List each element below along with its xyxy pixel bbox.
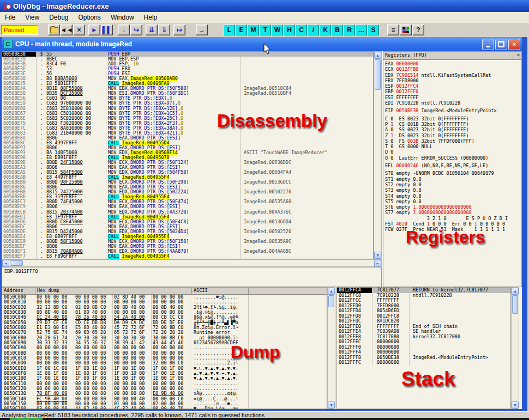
- disasm-row[interactable]: 0050BE8A.8B06MOV EAX,DWORD PTR DS:[ESI]: [2, 136, 373, 141]
- register-line[interactable]: T 0 GS 0000 NULL: [385, 144, 521, 149]
- menu-item-options[interactable]: Options: [74, 13, 106, 22]
- disasm-row[interactable]: 0050BEA3.8B06MOV EAX,DWORD PTR DS:[ESI]: [2, 165, 373, 170]
- disasm-row[interactable]: 0050BE8C.E8 4397F8FFCALL ImageRed.004955…: [2, 141, 373, 145]
- register-line[interactable]: ST4 empty 0.0: [385, 193, 521, 199]
- scroll-thumb[interactable]: [328, 295, 334, 307]
- register-line[interactable]: 3 2 1 0 E S P U O Z D I: [385, 216, 521, 221]
- disasm-row[interactable]: 0050BEDC.8B06MOV EAX,DWORD PTR DS:[ESI]: [2, 224, 373, 229]
- dump-row[interactable]: 0050C0D000 00 00 0000 00 00 0000 00 00 0…: [2, 361, 327, 366]
- stack-row[interactable]: 0012FFD48054B6ED: [337, 308, 510, 314]
- register-line[interactable]: O 0 LastErr ERROR_SUCCESS (00000000): [385, 155, 521, 161]
- view-button-c[interactable]: C: [296, 25, 307, 35]
- scroll-down-arrow-icon[interactable]: ▼: [328, 401, 335, 409]
- view-button-slash[interactable]: /: [308, 25, 319, 35]
- stack-row[interactable]: 0012FFF80050BE38ImageRed.<ModuleEntryPoi…: [337, 355, 510, 361]
- dump-row[interactable]: 0050C00000 00 00 0000 00 00 0002 8D 40 0…: [2, 295, 327, 300]
- go-to-address-button[interactable]: →: [196, 25, 208, 35]
- dump-row[interactable]: 0050C040CC 24 40 0078 26 40 0054 2A 40 0…: [2, 315, 327, 320]
- register-line[interactable]: FCW 027F Prec NEAR,53 Mask 1 1 1 1 1 1: [385, 227, 521, 232]
- dump-row[interactable]: 0050C0C000 00 00 0000 00 00 0000 00 00 0…: [2, 356, 327, 361]
- disasm-row[interactable]: 0050BE3E.53PUSH EBX: [2, 66, 373, 71]
- disasm-row[interactable]: 0050BE56.C603 00MOV BYTE PTR DS:[EBX],0: [2, 96, 373, 101]
- register-line[interactable]: ESI FFFFFFFF: [385, 95, 521, 100]
- view-button-w[interactable]: W: [272, 25, 283, 35]
- register-line[interactable]: FST 4020 Cond 1 0 0 0 Err 0 0 1 0 0 0 0 …: [385, 221, 521, 227]
- menu-item-help[interactable]: Help: [139, 13, 163, 22]
- windows-list-button[interactable]: ≡: [387, 25, 399, 35]
- run-button[interactable]: ►: [88, 25, 100, 35]
- register-line[interactable]: ST3 empty 0.0: [385, 187, 521, 193]
- register-line[interactable]: ST2 empty 0.0: [385, 182, 521, 187]
- dump-pane[interactable]: Address Hex dump ASCII 0050C00000 00 00 …: [2, 287, 327, 409]
- scroll-up-arrow-icon[interactable]: ▲: [512, 288, 519, 295]
- disasm-row[interactable]: 0050BEB0.8B0D 98F25000MOV ECX,DWORD PTR …: [2, 180, 373, 185]
- stack-row[interactable]: 0012FFEC00000000: [337, 339, 510, 345]
- disasm-row[interactable]: 0050BEBE.E8 3197F8FFCALL ImageRed.004955…: [2, 194, 373, 199]
- disasm-row[interactable]: 0050BE3F.56PUSH ESI: [2, 71, 373, 76]
- scroll-left-arrow-icon[interactable]: ◄: [2, 260, 9, 267]
- scroll-down-arrow-icon[interactable]: ▼: [512, 401, 519, 409]
- view-button-k[interactable]: K: [320, 25, 331, 35]
- disasm-row[interactable]: 0050BEE4.E8 0B97F8FFCALL ImageRed.004955…: [2, 234, 373, 239]
- dump-row[interactable]: 0050C11000 00 00 0000 00 00 0000 00 00 0…: [2, 381, 327, 386]
- view-button-r[interactable]: R: [344, 25, 355, 35]
- register-line[interactable]: Z 1 DS 0023 32bit 0(FFFFFFFF): [385, 133, 521, 138]
- disassembly-vertical-scrollbar[interactable]: ▲ ▼: [374, 51, 382, 259]
- dump-row[interactable]: 0050C03000 8D 40 0001 8D 40 0000 00 00 0…: [2, 310, 327, 315]
- view-button-h[interactable]: H: [284, 25, 295, 35]
- dump-row[interactable]: 0050C0A000 00 00 0000 00 00 0000 00 00 0…: [2, 345, 327, 350]
- disasm-row[interactable]: 0050BECB.8B15 20374A00MOV EDX,DWORD PTR …: [2, 210, 373, 215]
- stack-row[interactable]: 0012FFCCFFFFFFFF: [337, 298, 510, 303]
- dump-row[interactable]: 0050C0E01F 00 1C 001F 00 1E 001F 00 1E 0…: [2, 366, 327, 371]
- scroll-thumb[interactable]: [375, 59, 381, 90]
- register-line[interactable]: S 0 FS 003B 32bit 7FFDF000(FFF): [385, 138, 521, 144]
- disasm-row[interactable]: 0050BE50.8B35 DCF35000MOV ESI,DWORD PTR …: [2, 91, 373, 96]
- scroll-thumb[interactable]: [512, 295, 518, 314]
- stack-row[interactable]: 0012FFD80012FFC8: [337, 314, 510, 319]
- register-line[interactable]: EBP 0012FFF0: [385, 89, 521, 94]
- open-file-button[interactable]: [48, 25, 60, 35]
- dump-row[interactable]: 0050C050C9 D7 CF C8CD CE DB D8DA D9 CA D…: [2, 320, 327, 325]
- dump-row[interactable]: 0050C01000 00 00 0000 00 00 0000 00 00 0…: [2, 300, 327, 305]
- execute-till-return-button[interactable]: ↦: [173, 25, 185, 35]
- cpu-restore-button[interactable]: [495, 39, 507, 50]
- stack-row[interactable]: 0012FFE0FFFFFFFFEnd of SEH chain: [337, 324, 510, 330]
- stack-row[interactable]: 0012FFE47C839AD8SE handler: [337, 329, 510, 334]
- register-line[interactable]: EDX 7C90E514 ntdll.KiFastSystemCallRet: [385, 72, 521, 78]
- animate-over-button[interactable]: ⇓: [158, 25, 170, 35]
- scroll-thumb[interactable]: [10, 260, 23, 266]
- disasm-row[interactable]: 0050BE59.C683 97000000 00MOV BYTE PTR DS…: [2, 101, 373, 106]
- disasm-row[interactable]: 0050BE3B.83C4 F0ADD ESP,-10: [2, 62, 373, 66]
- menu-item-debug[interactable]: Debug: [44, 13, 73, 22]
- disasm-row[interactable]: 0050BEA5.8B15 584F5000MOV EDX,DWORD PTR …: [2, 170, 373, 175]
- register-line[interactable]: ECX 0012FFB0: [385, 66, 521, 72]
- disasm-row[interactable]: 0050BE7C.C683 8A030000 00MOV BYTE PTR DS…: [2, 126, 373, 131]
- disasm-row[interactable]: 0050BEEF.8B06MOV EAX,DWORD PTR DS:[ESI]: [2, 244, 373, 249]
- disasm-row[interactable]: 0050BEC9.8B06MOV EAX,DWORD PTR DS:[ESI]: [2, 204, 373, 209]
- disasm-row[interactable]: 0050BE93.BA 14BF5000MOV EDX,ImageRed.005…: [2, 150, 373, 155]
- disasm-row[interactable]: 0050BEB6.8B06MOV EAX,DWORD PTR DS:[ESI]: [2, 185, 373, 190]
- scroll-up-arrow-icon[interactable]: ▲: [328, 288, 335, 295]
- disasm-row[interactable]: 0050BE9D.8B0D 24F15000MOV ECX,DWORD PTR …: [2, 160, 373, 165]
- dump-row[interactable]: 0050C07052 75 6E 7469 6D 65 2065 72 72 6…: [2, 330, 327, 335]
- close-program-button[interactable]: ×: [73, 25, 85, 35]
- register-line[interactable]: P 1 CS 001B 32bit 0(FFFFFFFF): [385, 121, 521, 127]
- menu-item-view[interactable]: View: [20, 13, 44, 22]
- disasm-row[interactable]: 0050BEF7.E8 F896F8FFCALL ImageRed.004955…: [2, 254, 373, 259]
- view-button-l[interactable]: L: [224, 25, 235, 35]
- disasm-row[interactable]: 0050BEB8.8B15 24225000MOV EDX,DWORD PTR …: [2, 190, 373, 194]
- register-line[interactable]: ST1 empty 0.0: [385, 176, 521, 182]
- scroll-right-arrow-icon[interactable]: ►: [374, 260, 381, 267]
- dump-vertical-scrollbar[interactable]: ▲ ▼: [327, 287, 335, 409]
- step-into-button[interactable]: ↓: [118, 25, 130, 35]
- stack-row[interactable]: 0012FFFC00000000: [337, 360, 510, 366]
- disasm-row[interactable]: 0050BE83.C683 21040000 00MOV BYTE PTR DS…: [2, 131, 373, 136]
- register-line[interactable]: ST5 empty 0.0: [385, 199, 521, 204]
- disasm-row[interactable]: 0050BE67.C683 C5010000 00MOV BYTE PTR DS…: [2, 111, 373, 116]
- dump-row[interactable]: 0050C16003 00 00 0044 82 40 004C 82 40 0…: [2, 406, 327, 409]
- disasm-row[interactable]: 0050BEDE.8B15 D4245000MOV EDX,DWORD PTR …: [2, 229, 373, 234]
- disassembly-pane[interactable]: 0050BE38$55PUSH EBP0050BE39.8BECMOV EBP,…: [2, 51, 374, 259]
- registers-collapse-button[interactable]: <: [517, 52, 520, 59]
- dump-row[interactable]: 0050C02032 13 8B C002 00 8B C000 8D 40 0…: [2, 305, 327, 310]
- dump-row[interactable]: 0050C060E1 E3 00 E4E5 8D 40 0045 72 72 6…: [2, 325, 327, 330]
